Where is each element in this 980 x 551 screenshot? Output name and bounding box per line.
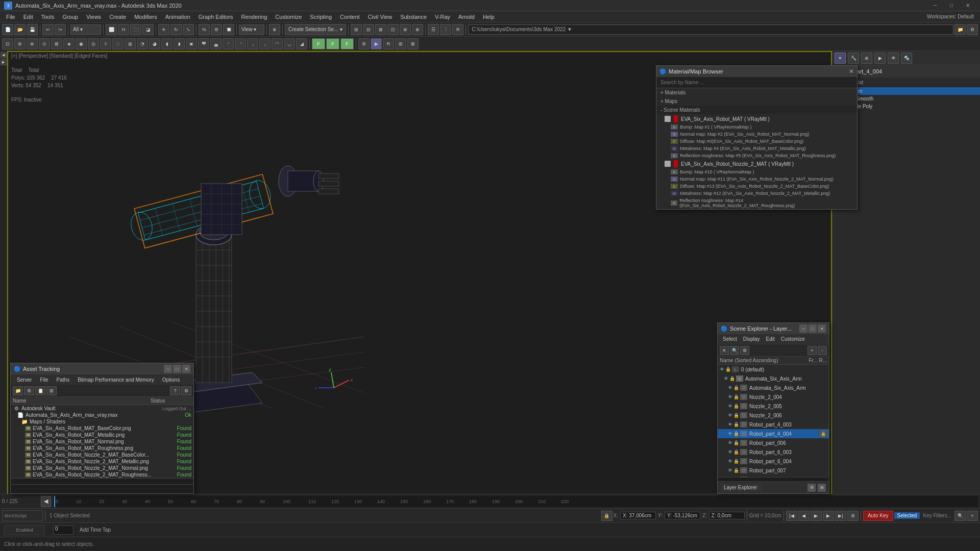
- btn6[interactable]: ⊗: [412, 24, 423, 35]
- at-menu-file[interactable]: File: [36, 376, 52, 384]
- se-menu-edit[interactable]: Edit: [763, 335, 778, 343]
- btn5[interactable]: ⊕: [400, 24, 411, 35]
- se-footer-btn-1[interactable]: ⚙: [807, 484, 816, 492]
- tb2-24[interactable]: ◡: [284, 38, 295, 49]
- vr3[interactable]: F: [340, 38, 354, 49]
- tb2-21[interactable]: ◞: [247, 38, 258, 49]
- auto-key-button[interactable]: Auto Key: [863, 511, 893, 521]
- tb2-22[interactable]: ◟: [259, 38, 271, 49]
- tb2-15[interactable]: ◗: [174, 38, 185, 49]
- mat-section-materials[interactable]: + Materials: [656, 88, 857, 97]
- menu-group[interactable]: Group: [58, 11, 82, 22]
- mat-section-maps[interactable]: + Maps: [656, 97, 857, 106]
- modify-tab[interactable]: 🔧: [848, 53, 859, 64]
- at-maximize-btn[interactable]: □: [173, 365, 181, 373]
- se-row-nozzle-006[interactable]: 👁 🔒 ⬡ Nozzle_2_006: [718, 411, 829, 420]
- rotate-btn[interactable]: ↻: [170, 24, 182, 35]
- render-setup-btn[interactable]: ⚙: [358, 38, 370, 49]
- save-file-btn[interactable]: 💾: [27, 24, 38, 35]
- y-field[interactable]: Y: -53,126cm: [665, 512, 700, 519]
- at-row-img-8[interactable]: 🖼 EVA_Six_Axis_Robot_Nozzle_2_MAT_Roughn…: [11, 471, 193, 478]
- tb2-10[interactable]: ◌: [112, 38, 124, 49]
- search-btn[interactable]: 🔍: [954, 511, 966, 521]
- se-row-nozzle-005[interactable]: 👁 🔒 ⬡ Nozzle_2_005: [718, 402, 829, 411]
- menu-views[interactable]: Views: [82, 11, 105, 22]
- mat-sub-4[interactable]: M Metalness: Map #4 (EVA_Six_Axis_Robot_…: [656, 145, 857, 152]
- activesha[interactable]: ⊠: [407, 38, 419, 49]
- se-maximize-btn[interactable]: □: [808, 324, 817, 333]
- tb2-16[interactable]: ◙: [186, 38, 197, 49]
- path-options-btn[interactable]: ⚙: [967, 24, 978, 35]
- tb2-3[interactable]: ⊕: [27, 38, 38, 49]
- mat-sub-10[interactable]: R Reflection roughness: Map #14 (EVA_Six…: [656, 197, 857, 209]
- se-menu-customize[interactable]: Customize: [778, 335, 808, 343]
- menu-substance[interactable]: Substance: [396, 11, 431, 22]
- at-row-maps[interactable]: 📁 Maps / Shaders: [11, 418, 193, 425]
- snaps-toggle-btn[interactable]: 🔲: [223, 24, 234, 35]
- r-sym[interactable]: R: [383, 38, 394, 49]
- menu-rendering[interactable]: Rendering: [237, 11, 272, 22]
- create-tab[interactable]: ✦: [835, 53, 846, 64]
- path-display[interactable]: C:\Users\lukya\Documents\3ds Max 2022 ▼: [468, 24, 953, 35]
- create-selection-dropdown-icon[interactable]: ▾: [340, 27, 342, 32]
- select-name-btn[interactable]: H: [118, 24, 129, 35]
- tb2-5[interactable]: ⊠: [51, 38, 62, 49]
- se-eye-0[interactable]: 👁: [720, 367, 724, 372]
- maxscript-mini[interactable]: MAXScript: [2, 510, 43, 521]
- at-row-file[interactable]: 📄 Automata_Six_Axis_Arm_max_vray.max Ok: [11, 412, 193, 418]
- se-menu-display[interactable]: Display: [740, 335, 763, 343]
- se-row-robot-4-003[interactable]: 👁 🔒 ⬡ Robot_part_4_003: [718, 420, 829, 429]
- maximize-button[interactable]: □: [943, 0, 960, 11]
- at-row-img-6[interactable]: 🖼 EVA_Six_Axis_Robot_Nozzle_2_MAT_Metall…: [11, 458, 193, 465]
- tb2-12[interactable]: ◔: [137, 38, 148, 49]
- at-row-img-1[interactable]: 🖼 EVA_Six_Axis_Robot_MAT_BaseColor.png F…: [11, 425, 193, 432]
- tb2-13[interactable]: ◕: [149, 38, 160, 49]
- vr1[interactable]: F: [312, 38, 325, 49]
- play-btn[interactable]: ▶: [811, 511, 822, 521]
- filter-dropdown[interactable]: All ▾: [70, 24, 101, 35]
- scale-btn[interactable]: ⤡: [183, 24, 194, 35]
- se-layer-explorer-tab[interactable]: Layer Explorer: [721, 484, 761, 491]
- menu-arnold[interactable]: Arnold: [454, 11, 479, 22]
- select-btn[interactable]: ⬜: [106, 24, 117, 35]
- render-btn[interactable]: ▶: [371, 38, 382, 49]
- at-settings-btn[interactable]: ⚙: [181, 386, 191, 395]
- window-crossing-btn[interactable]: ◪: [142, 24, 154, 35]
- se-lock-r4[interactable]: 🔒: [820, 430, 827, 437]
- mat-browser-close-btn[interactable]: ✕: [849, 68, 854, 75]
- mat-sub-8[interactable]: D Diffuse: Map #13 (EVA_Six_Axis_Robot_N…: [656, 183, 857, 190]
- mat-sub-7[interactable]: N Normal map: Map #11 (EVA_Six_Axis_Robo…: [656, 176, 857, 183]
- at-tb-2[interactable]: ⚙: [24, 386, 34, 395]
- menu-scripting[interactable]: Scripting: [306, 11, 336, 22]
- at-minimize-btn[interactable]: ─: [164, 365, 172, 373]
- tb2-2[interactable]: ⊛: [14, 38, 26, 49]
- layer-btn[interactable]: ☰: [428, 24, 439, 35]
- se-row-group[interactable]: 👁 🔒 G Automata_Six_Axis_Arm: [718, 374, 829, 383]
- menu-help[interactable]: Help: [479, 11, 499, 22]
- lp-btn-2[interactable]: ▶: [1, 59, 7, 65]
- se-row-robot-6-003[interactable]: 👁 🔒 ⬡ Robot_part_6_003: [718, 447, 829, 457]
- se-row-0[interactable]: 👁 🔒 L 0 (default): [718, 365, 829, 374]
- at-row-img-4[interactable]: 🖼 EVA_Six_Axis_Robot_MAT_Roughness.png F…: [11, 445, 193, 452]
- redo-btn[interactable]: ↪: [55, 24, 66, 35]
- go-start-btn2[interactable]: |◀: [786, 511, 797, 521]
- tb2-4[interactable]: ⊙: [39, 38, 50, 49]
- mat-sub-2[interactable]: N Normal map: Map #2 (EVA_Six_Axis_Robot…: [656, 131, 857, 138]
- at-row-img-5[interactable]: 🖼 EVA_Six_Axis_Robot_Nozzle_2_MAT_BaseCo…: [11, 452, 193, 458]
- se-row-robot-4-004[interactable]: 👁 🔒 ⬡ Robot_part_4_004 🔒: [718, 429, 829, 438]
- open-file-btn[interactable]: 📂: [14, 24, 26, 35]
- ipr-btn[interactable]: ⊞: [395, 38, 406, 49]
- move-btn[interactable]: ✛: [158, 24, 169, 35]
- tb2-25[interactable]: ◢: [296, 38, 307, 49]
- se-scrollbar[interactable]: [718, 477, 829, 481]
- key-filters-btn[interactable]: ⚙: [847, 511, 859, 521]
- at-help-btn[interactable]: ?: [170, 386, 180, 395]
- mat-sub-3[interactable]: D Diffuse: Map #0(EVA_Six_Axis_Robot_MAT…: [656, 138, 857, 145]
- at-tb-1[interactable]: 📁: [13, 386, 23, 395]
- tb2-18[interactable]: ◛: [210, 38, 222, 49]
- at-tb-3[interactable]: 📋: [35, 386, 45, 395]
- se-minimize-btn[interactable]: ─: [799, 324, 807, 333]
- hierarchy-tab[interactable]: ⊕: [861, 53, 872, 64]
- tb2-7[interactable]: ◉: [76, 38, 87, 49]
- at-scrollbar[interactable]: [11, 478, 193, 484]
